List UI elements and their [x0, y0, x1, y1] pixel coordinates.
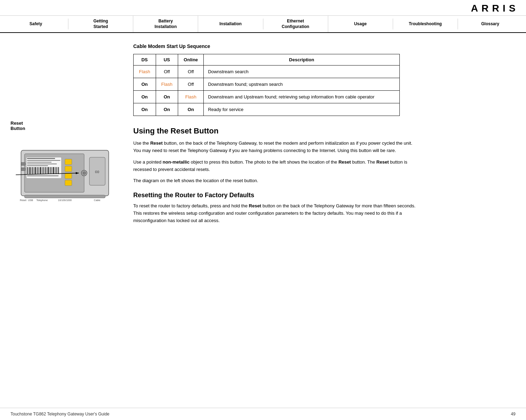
- footer-title: Touchstone TG862 Telephony Gateway User'…: [11, 412, 109, 416]
- svg-text:Cable: Cable: [94, 199, 100, 201]
- table-section-title: Cable Modem Start Up Sequence: [133, 43, 512, 49]
- table-cell-us: On: [156, 103, 178, 116]
- svg-rect-12: [39, 167, 39, 174]
- table-cell-online: Off: [178, 78, 204, 91]
- table-cell-ds: On: [134, 103, 156, 116]
- reset-section-heading: Using the Reset Button: [133, 126, 512, 136]
- svg-rect-29: [27, 160, 60, 161]
- startup-table: DS US Online Description Flash Off Off D…: [133, 54, 400, 116]
- svg-rect-37: [65, 180, 72, 186]
- svg-rect-42: [21, 163, 25, 165]
- svg-rect-24: [55, 167, 55, 174]
- table-header-description: Description: [204, 54, 400, 66]
- table-cell-us: On: [156, 91, 178, 103]
- nav-item-safety[interactable]: Safety: [4, 19, 68, 30]
- factory-section-heading: Resetting the Router to Factory Defaults: [133, 192, 512, 199]
- svg-rect-9: [35, 167, 36, 174]
- table-cell-ds: Flash: [134, 66, 156, 78]
- svg-rect-31: [27, 164, 57, 164]
- svg-rect-8: [34, 167, 34, 174]
- svg-rect-35: [65, 166, 72, 172]
- table-cell-description: Downstream search: [204, 66, 400, 78]
- nav-bar: Safety GettingStarted BatteryInstallatio…: [0, 16, 526, 33]
- svg-rect-10: [36, 167, 37, 174]
- svg-rect-20: [49, 167, 50, 174]
- svg-rect-23: [53, 167, 54, 174]
- table-cell-online: On: [178, 103, 204, 116]
- svg-rect-16: [44, 167, 45, 174]
- nav-item-ethernet-configuration[interactable]: EthernetConfiguration: [263, 16, 328, 32]
- table-row: On On On Ready for service: [134, 103, 400, 116]
- table-header-us: US: [156, 54, 178, 66]
- svg-text:Reset: Reset: [20, 199, 26, 201]
- table-cell-ds: On: [134, 78, 156, 91]
- svg-rect-26: [57, 167, 58, 174]
- table-cell-us: Off: [156, 66, 178, 78]
- table-cell-description: Ready for service: [204, 103, 400, 116]
- svg-rect-17: [45, 167, 46, 174]
- svg-rect-51: [25, 195, 105, 198]
- svg-rect-28: [27, 158, 55, 159]
- table-cell-online: Flash: [178, 91, 204, 103]
- svg-point-39: [83, 172, 86, 174]
- main-content: Reset Button: [0, 33, 526, 239]
- svg-rect-36: [65, 173, 72, 179]
- table-row: On On Flash Downstream and Upstream foun…: [134, 91, 400, 103]
- svg-rect-30: [27, 162, 52, 163]
- table-cell-ds: On: [134, 91, 156, 103]
- svg-rect-43: [21, 168, 25, 171]
- svg-text:USB: USB: [28, 199, 33, 201]
- svg-rect-21: [50, 167, 51, 174]
- svg-rect-18: [47, 167, 47, 174]
- svg-rect-11: [38, 167, 38, 174]
- svg-rect-19: [48, 167, 49, 174]
- nav-item-troubleshooting[interactable]: Troubleshooting: [393, 19, 458, 30]
- nav-item-getting-started[interactable]: GettingStarted: [68, 16, 133, 32]
- device-diagram: ∞ Reset USB Telephone 10/100/1000 Cable: [11, 138, 116, 208]
- device-svg: ∞ Reset USB Telephone 10/100/1000 Cable: [11, 138, 116, 212]
- svg-rect-6: [31, 167, 32, 174]
- svg-rect-5: [29, 167, 31, 174]
- factory-paragraph: To reset the router to factory defaults,…: [133, 202, 421, 224]
- table-cell-online: Off: [178, 66, 204, 78]
- nav-item-usage[interactable]: Usage: [328, 19, 393, 30]
- svg-rect-33: [27, 175, 59, 176]
- nav-item-battery-installation[interactable]: BatteryInstallation: [133, 16, 198, 32]
- nav-item-glossary[interactable]: Glossary: [458, 19, 522, 30]
- right-panel: Cable Modem Start Up Sequence DS US Onli…: [126, 40, 526, 232]
- svg-rect-13: [40, 167, 41, 174]
- reset-paragraph-1: Use the Reset button, on the back of the…: [133, 140, 421, 154]
- table-header-online: Online: [178, 54, 204, 66]
- svg-rect-32: [27, 165, 48, 166]
- svg-rect-27: [58, 167, 59, 174]
- svg-rect-14: [42, 167, 42, 174]
- table-row: On Flash Off Downstream found; upstream …: [134, 78, 400, 91]
- reset-paragraph-2: Use a pointed non-metallic object to pre…: [133, 159, 421, 173]
- reset-paragraph-3: The diagram on the left shows the locati…: [133, 177, 421, 185]
- table-cell-us: Flash: [156, 78, 178, 91]
- svg-text:10/100/1000: 10/100/1000: [58, 199, 72, 201]
- nav-item-installation[interactable]: Installation: [198, 19, 263, 30]
- svg-rect-34: [65, 159, 72, 165]
- svg-rect-4: [28, 167, 29, 174]
- svg-rect-25: [56, 167, 56, 174]
- table-cell-description: Downstream found; upstream search: [204, 78, 400, 91]
- table-row: Flash Off Off Downstream search: [134, 66, 400, 78]
- footer-page-number: 49: [511, 412, 515, 416]
- table-cell-description: Downstream and Upstream found; retrievin…: [204, 91, 400, 103]
- reset-button-label: Reset Button: [11, 121, 25, 131]
- logo-bar: ARRIS: [0, 0, 526, 16]
- svg-rect-3: [27, 167, 28, 174]
- svg-rect-7: [32, 167, 33, 174]
- table-header-ds: DS: [134, 54, 156, 66]
- svg-rect-15: [43, 167, 43, 174]
- left-panel: Reset Button: [0, 40, 126, 232]
- svg-text:Telephone: Telephone: [36, 199, 48, 202]
- footer: Touchstone TG862 Telephony Gateway User'…: [0, 408, 526, 420]
- svg-rect-22: [52, 167, 52, 174]
- svg-text:∞: ∞: [95, 168, 100, 175]
- arris-logo: ARRIS: [471, 3, 519, 14]
